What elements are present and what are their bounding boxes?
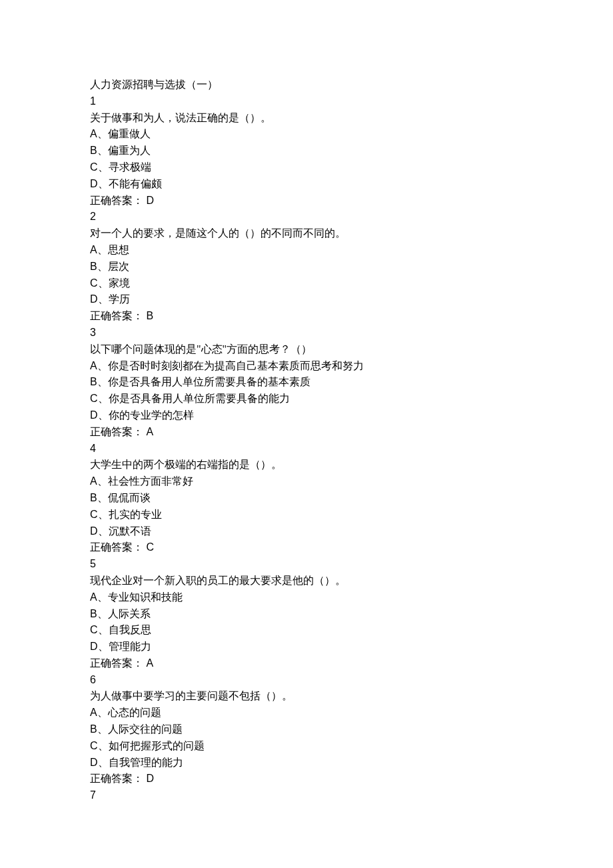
option-label: C、	[90, 161, 109, 173]
option-label: B、	[90, 261, 108, 272]
option-label: A、	[90, 360, 108, 371]
option-text: 自我管理的能力	[109, 757, 183, 768]
option-line: C、自我反思	[90, 622, 523, 639]
option-line: D、自我管理的能力	[90, 755, 523, 771]
correct-answer: 正确答案： D	[90, 193, 523, 209]
option-label: D、	[90, 293, 109, 305]
question-number: 5	[90, 556, 523, 573]
option-text: 人际关系	[108, 608, 151, 619]
option-line: B、你是否具备用人单位所需要具备的基本素质	[90, 374, 523, 391]
question-number: 3	[90, 325, 523, 341]
option-line: C、寻求极端	[90, 159, 523, 176]
option-label: B、	[90, 608, 108, 619]
option-text: 家境	[109, 277, 130, 289]
question-number: 1	[90, 93, 523, 110]
option-text: 你的专业学的怎样	[109, 409, 194, 421]
option-line: A、社会性方面非常好	[90, 473, 523, 490]
option-line: C、如何把握形式的问题	[90, 738, 523, 755]
option-text: 不能有偏颇	[109, 178, 162, 189]
option-label: A、	[90, 591, 108, 603]
option-text: 偏重做人	[108, 128, 151, 139]
option-label: B、	[90, 492, 108, 503]
option-line: B、偏重为人	[90, 143, 523, 159]
option-label: D、	[90, 409, 109, 421]
option-text: 侃侃而谈	[108, 492, 151, 503]
option-text: 层次	[108, 261, 129, 272]
document-body: 人力资源招聘与选拔（一）1关于做事和为人，说法正确的是（）。A、偏重做人B、偏重…	[90, 77, 523, 804]
option-line: D、管理能力	[90, 639, 523, 655]
option-line: A、偏重做人	[90, 126, 523, 143]
option-text: 学历	[109, 293, 130, 305]
question-prompt: 现代企业对一个新入职的员工的最大要求是他的（）。	[90, 573, 523, 589]
option-text: 寻求极端	[109, 161, 151, 173]
question-number: 6	[90, 672, 523, 689]
option-line: A、你是否时时刻刻都在为提高自己基本素质而思考和努力	[90, 358, 523, 375]
option-line: B、人际关系	[90, 606, 523, 623]
option-text: 思想	[108, 244, 129, 255]
option-text: 偏重为人	[108, 145, 151, 156]
option-label: B、	[90, 145, 108, 156]
correct-answer: 正确答案： C	[90, 539, 523, 556]
option-label: D、	[90, 641, 109, 652]
option-line: B、层次	[90, 259, 523, 275]
option-label: A、	[90, 707, 108, 718]
option-text: 你是否时时刻刻都在为提高自己基本素质而思考和努力	[108, 360, 364, 371]
option-line: C、家境	[90, 275, 523, 292]
option-label: C、	[90, 624, 109, 635]
question-prompt: 关于做事和为人，说法正确的是（）。	[90, 110, 523, 127]
option-label: D、	[90, 178, 109, 189]
option-label: B、	[90, 723, 108, 735]
option-line: B、人际交往的问题	[90, 721, 523, 738]
option-label: D、	[90, 757, 109, 768]
correct-answer: 正确答案： A	[90, 655, 523, 672]
correct-answer: 正确答案： B	[90, 308, 523, 325]
option-line: D、沉默不语	[90, 523, 523, 540]
question-number: 4	[90, 441, 523, 457]
question-number: 2	[90, 209, 523, 225]
option-text: 沉默不语	[109, 525, 151, 537]
option-line: D、你的专业学的怎样	[90, 407, 523, 424]
correct-answer: 正确答案： D	[90, 771, 523, 787]
option-text: 管理能力	[109, 641, 151, 652]
option-line: D、学历	[90, 291, 523, 308]
option-text: 自我反思	[109, 624, 151, 635]
option-line: D、不能有偏颇	[90, 176, 523, 193]
question-number: 7	[90, 787, 523, 804]
option-line: A、专业知识和技能	[90, 589, 523, 606]
option-text: 你是否具备用人单位所需要具备的能力	[109, 393, 290, 404]
option-text: 心态的问题	[108, 707, 161, 718]
option-text: 扎实的专业	[109, 509, 162, 520]
option-line: A、心态的问题	[90, 705, 523, 721]
question-prompt: 大学生中的两个极端的右端指的是（）。	[90, 457, 523, 473]
document-title: 人力资源招聘与选拔（一）	[90, 77, 523, 93]
option-label: C、	[90, 740, 109, 751]
option-line: B、侃侃而谈	[90, 490, 523, 507]
question-prompt: 以下哪个问题体现的是"心态"方面的思考？（）	[90, 341, 523, 358]
option-label: D、	[90, 525, 109, 537]
option-text: 人际交往的问题	[108, 723, 183, 735]
option-text: 专业知识和技能	[108, 591, 183, 603]
question-prompt: 对一个人的要求，是随这个人的（）的不同而不同的。	[90, 225, 523, 242]
option-label: C、	[90, 277, 109, 289]
option-label: A、	[90, 475, 108, 487]
option-label: A、	[90, 128, 108, 139]
option-text: 如何把握形式的问题	[109, 740, 205, 751]
option-line: C、你是否具备用人单位所需要具备的能力	[90, 391, 523, 407]
correct-answer: 正确答案： A	[90, 424, 523, 441]
question-prompt: 为人做事中要学习的主要问题不包括（）。	[90, 688, 523, 705]
option-text: 社会性方面非常好	[108, 475, 193, 487]
option-line: A、思想	[90, 242, 523, 259]
option-label: C、	[90, 509, 109, 520]
option-label: A、	[90, 244, 108, 255]
option-line: C、扎实的专业	[90, 507, 523, 523]
option-label: C、	[90, 393, 109, 404]
option-text: 你是否具备用人单位所需要具备的基本素质	[108, 376, 310, 387]
option-label: B、	[90, 376, 108, 387]
